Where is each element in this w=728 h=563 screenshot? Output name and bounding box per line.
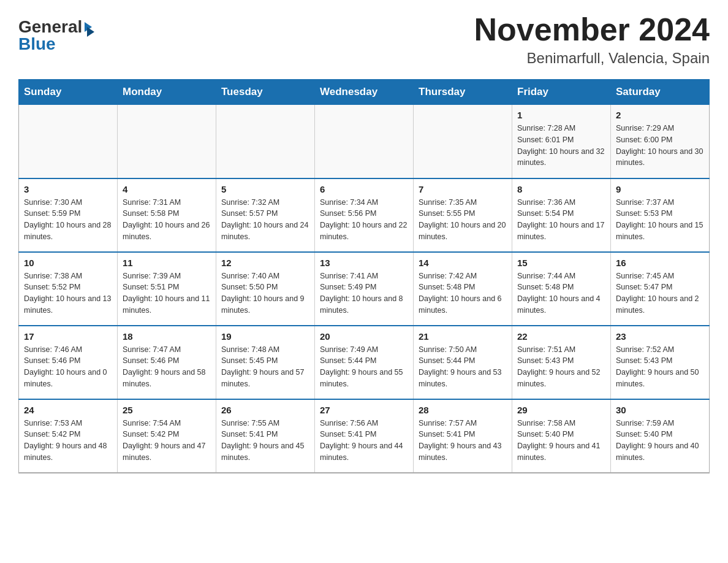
day-cell: 13Sunrise: 7:41 AMSunset: 5:49 PMDayligh… bbox=[315, 252, 414, 326]
day-cell: 3Sunrise: 7:30 AMSunset: 5:59 PMDaylight… bbox=[19, 178, 118, 252]
day-number: 19 bbox=[221, 331, 309, 342]
day-info: Sunrise: 7:59 AMSunset: 5:40 PMDaylight:… bbox=[616, 418, 704, 464]
col-header-wednesday: Wednesday bbox=[315, 80, 414, 105]
day-cell: 22Sunrise: 7:51 AMSunset: 5:43 PMDayligh… bbox=[512, 326, 611, 399]
day-info: Sunrise: 7:47 AMSunset: 5:46 PMDaylight:… bbox=[123, 344, 211, 390]
day-number: 6 bbox=[320, 184, 408, 194]
day-info: Sunrise: 7:49 AMSunset: 5:44 PMDaylight:… bbox=[320, 344, 408, 390]
day-number: 10 bbox=[24, 258, 112, 268]
title-block: November 2024 Benimarfull, Valencia, Spa… bbox=[474, 12, 710, 67]
calendar-location: Benimarfull, Valencia, Spain bbox=[474, 50, 710, 67]
day-number: 27 bbox=[320, 405, 408, 415]
calendar-table: SundayMondayTuesdayWednesdayThursdayFrid… bbox=[18, 79, 710, 473]
week-row-5: 24Sunrise: 7:53 AMSunset: 5:42 PMDayligh… bbox=[19, 399, 710, 473]
day-info: Sunrise: 7:50 AMSunset: 5:44 PMDaylight:… bbox=[419, 344, 507, 390]
day-info: Sunrise: 7:58 AMSunset: 5:40 PMDaylight:… bbox=[517, 418, 605, 464]
day-cell bbox=[414, 105, 512, 178]
day-info: Sunrise: 7:40 AMSunset: 5:50 PMDaylight:… bbox=[221, 270, 309, 316]
day-cell bbox=[118, 105, 216, 178]
day-cell: 30Sunrise: 7:59 AMSunset: 5:40 PMDayligh… bbox=[611, 399, 710, 473]
logo-blue-text: Blue bbox=[18, 36, 56, 53]
day-cell: 1Sunrise: 7:28 AMSunset: 6:01 PMDaylight… bbox=[512, 105, 611, 178]
day-number: 5 bbox=[221, 184, 309, 194]
week-row-4: 17Sunrise: 7:46 AMSunset: 5:46 PMDayligh… bbox=[19, 326, 710, 399]
calendar-title: November 2024 bbox=[474, 12, 710, 47]
day-info: Sunrise: 7:34 AMSunset: 5:56 PMDaylight:… bbox=[320, 197, 408, 243]
day-info: Sunrise: 7:37 AMSunset: 5:53 PMDaylight:… bbox=[616, 197, 704, 243]
day-cell: 14Sunrise: 7:42 AMSunset: 5:48 PMDayligh… bbox=[414, 252, 512, 326]
day-info: Sunrise: 7:53 AMSunset: 5:42 PMDaylight:… bbox=[24, 418, 112, 464]
day-cell: 27Sunrise: 7:56 AMSunset: 5:41 PMDayligh… bbox=[315, 399, 414, 473]
logo-general-text: General bbox=[18, 18, 82, 36]
day-number: 23 bbox=[616, 331, 704, 342]
day-cell: 21Sunrise: 7:50 AMSunset: 5:44 PMDayligh… bbox=[414, 326, 512, 399]
day-number: 8 bbox=[517, 184, 605, 194]
day-info: Sunrise: 7:36 AMSunset: 5:54 PMDaylight:… bbox=[517, 197, 605, 243]
day-info: Sunrise: 7:42 AMSunset: 5:48 PMDaylight:… bbox=[419, 270, 507, 316]
day-number: 4 bbox=[123, 184, 211, 194]
logo: General Blue bbox=[18, 18, 99, 53]
day-cell: 15Sunrise: 7:44 AMSunset: 5:48 PMDayligh… bbox=[512, 252, 611, 326]
day-info: Sunrise: 7:32 AMSunset: 5:57 PMDaylight:… bbox=[221, 197, 309, 243]
day-cell: 24Sunrise: 7:53 AMSunset: 5:42 PMDayligh… bbox=[19, 399, 118, 473]
day-info: Sunrise: 7:30 AMSunset: 5:59 PMDaylight:… bbox=[24, 197, 112, 243]
page-header: General Blue November 2024 Benimarfull, … bbox=[18, 12, 710, 67]
day-info: Sunrise: 7:31 AMSunset: 5:58 PMDaylight:… bbox=[123, 197, 211, 243]
day-cell: 18Sunrise: 7:47 AMSunset: 5:46 PMDayligh… bbox=[118, 326, 216, 399]
day-cell: 28Sunrise: 7:57 AMSunset: 5:41 PMDayligh… bbox=[414, 399, 512, 473]
day-info: Sunrise: 7:57 AMSunset: 5:41 PMDaylight:… bbox=[419, 418, 507, 464]
day-cell: 23Sunrise: 7:52 AMSunset: 5:43 PMDayligh… bbox=[611, 326, 710, 399]
day-number: 22 bbox=[517, 331, 605, 342]
day-number: 11 bbox=[123, 258, 211, 268]
day-cell: 2Sunrise: 7:29 AMSunset: 6:00 PMDaylight… bbox=[611, 105, 710, 178]
day-info: Sunrise: 7:28 AMSunset: 6:01 PMDaylight:… bbox=[517, 123, 605, 169]
day-cell: 8Sunrise: 7:36 AMSunset: 5:54 PMDaylight… bbox=[512, 178, 611, 252]
day-number: 2 bbox=[616, 110, 704, 120]
day-info: Sunrise: 7:48 AMSunset: 5:45 PMDaylight:… bbox=[221, 344, 309, 390]
day-info: Sunrise: 7:38 AMSunset: 5:52 PMDaylight:… bbox=[24, 270, 112, 316]
day-cell bbox=[315, 105, 414, 178]
week-row-1: 1Sunrise: 7:28 AMSunset: 6:01 PMDaylight… bbox=[19, 105, 710, 178]
day-cell: 10Sunrise: 7:38 AMSunset: 5:52 PMDayligh… bbox=[19, 252, 118, 326]
day-number: 25 bbox=[123, 405, 211, 415]
day-info: Sunrise: 7:56 AMSunset: 5:41 PMDaylight:… bbox=[320, 418, 408, 464]
day-info: Sunrise: 7:51 AMSunset: 5:43 PMDaylight:… bbox=[517, 344, 605, 390]
col-header-friday: Friday bbox=[512, 80, 611, 105]
day-info: Sunrise: 7:54 AMSunset: 5:42 PMDaylight:… bbox=[123, 418, 211, 464]
day-info: Sunrise: 7:35 AMSunset: 5:55 PMDaylight:… bbox=[419, 197, 507, 243]
day-cell bbox=[216, 105, 315, 178]
day-number: 21 bbox=[419, 331, 507, 342]
day-cell: 6Sunrise: 7:34 AMSunset: 5:56 PMDaylight… bbox=[315, 178, 414, 252]
week-row-3: 10Sunrise: 7:38 AMSunset: 5:52 PMDayligh… bbox=[19, 252, 710, 326]
day-cell: 25Sunrise: 7:54 AMSunset: 5:42 PMDayligh… bbox=[118, 399, 216, 473]
day-number: 14 bbox=[419, 258, 507, 268]
col-header-saturday: Saturday bbox=[611, 80, 710, 105]
day-info: Sunrise: 7:29 AMSunset: 6:00 PMDaylight:… bbox=[616, 123, 704, 169]
day-number: 1 bbox=[517, 110, 605, 120]
day-cell: 9Sunrise: 7:37 AMSunset: 5:53 PMDaylight… bbox=[611, 178, 710, 252]
day-number: 29 bbox=[517, 405, 605, 415]
day-number: 26 bbox=[221, 405, 309, 415]
day-info: Sunrise: 7:39 AMSunset: 5:51 PMDaylight:… bbox=[123, 270, 211, 316]
day-cell: 5Sunrise: 7:32 AMSunset: 5:57 PMDaylight… bbox=[216, 178, 315, 252]
day-info: Sunrise: 7:52 AMSunset: 5:43 PMDaylight:… bbox=[616, 344, 704, 390]
day-number: 15 bbox=[517, 258, 605, 268]
day-number: 20 bbox=[320, 331, 408, 342]
day-cell: 7Sunrise: 7:35 AMSunset: 5:55 PMDaylight… bbox=[414, 178, 512, 252]
day-number: 30 bbox=[616, 405, 704, 415]
calendar-header-row: SundayMondayTuesdayWednesdayThursdayFrid… bbox=[19, 80, 710, 105]
day-number: 3 bbox=[24, 184, 112, 194]
day-number: 17 bbox=[24, 331, 112, 342]
day-cell bbox=[19, 105, 118, 178]
day-cell: 20Sunrise: 7:49 AMSunset: 5:44 PMDayligh… bbox=[315, 326, 414, 399]
day-info: Sunrise: 7:44 AMSunset: 5:48 PMDaylight:… bbox=[517, 270, 605, 316]
day-cell: 29Sunrise: 7:58 AMSunset: 5:40 PMDayligh… bbox=[512, 399, 611, 473]
day-info: Sunrise: 7:46 AMSunset: 5:46 PMDaylight:… bbox=[24, 344, 112, 390]
day-cell: 17Sunrise: 7:46 AMSunset: 5:46 PMDayligh… bbox=[19, 326, 118, 399]
day-number: 28 bbox=[419, 405, 507, 415]
day-info: Sunrise: 7:55 AMSunset: 5:41 PMDaylight:… bbox=[221, 418, 309, 464]
col-header-tuesday: Tuesday bbox=[216, 80, 315, 105]
col-header-monday: Monday bbox=[118, 80, 216, 105]
day-cell: 26Sunrise: 7:55 AMSunset: 5:41 PMDayligh… bbox=[216, 399, 315, 473]
day-cell: 12Sunrise: 7:40 AMSunset: 5:50 PMDayligh… bbox=[216, 252, 315, 326]
